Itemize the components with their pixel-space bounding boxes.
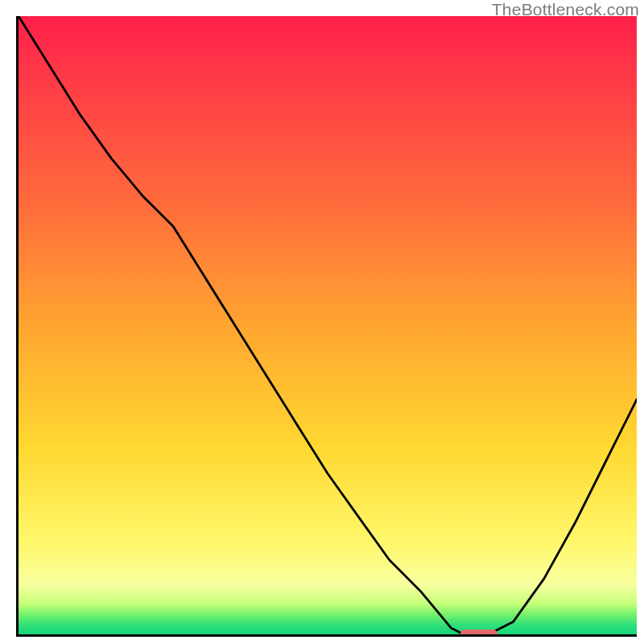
chart-frame: TheBottleneck.com [0, 0, 644, 644]
curve-layer [19, 16, 637, 634]
optimal-range-marker [460, 630, 497, 637]
plot-area [16, 16, 637, 637]
bottleneck-curve [19, 16, 637, 634]
